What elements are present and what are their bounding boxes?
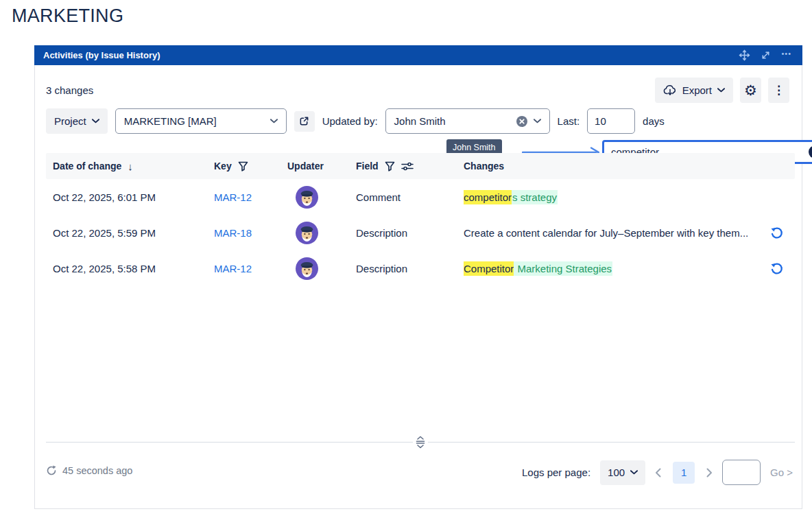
row-date: Oct 22, 2025, 6:01 PM xyxy=(46,191,214,203)
field-columns-icon[interactable] xyxy=(401,161,414,172)
clear-search-icon[interactable] xyxy=(808,145,812,162)
chevron-down-icon xyxy=(270,119,278,123)
table-row: Oct 22, 2025, 6:01 PM MAR-12 Comment com… xyxy=(46,179,795,215)
page-number-button[interactable]: 1 xyxy=(673,462,695,484)
chevron-down-icon xyxy=(717,88,725,93)
last-label: Last: xyxy=(558,115,580,127)
table-row: Oct 22, 2025, 5:58 PM MAR-12 Description… xyxy=(46,250,795,286)
logs-per-page-value: 100 xyxy=(608,467,625,478)
clear-user-icon[interactable] xyxy=(516,115,528,128)
field-filter-icon[interactable] xyxy=(385,161,395,172)
row-date: Oct 22, 2025, 5:58 PM xyxy=(46,263,214,274)
refresh-status: 45 seconds ago xyxy=(46,465,132,476)
cloud-download-icon xyxy=(663,84,677,96)
revert-icon xyxy=(770,262,783,275)
updated-by-select[interactable]: John Smith xyxy=(385,108,550,134)
issue-key-link[interactable]: MAR-18 xyxy=(214,227,287,239)
refresh-time-label: 45 seconds ago xyxy=(62,465,132,476)
row-changes: Competitor Marketing Strategies xyxy=(464,263,770,274)
updater-avatar xyxy=(296,257,318,280)
project-select[interactable]: MARKETING [MAR] xyxy=(115,108,287,134)
changes-count: 3 changes xyxy=(46,84,93,96)
issue-key-link[interactable]: MAR-12 xyxy=(214,263,287,274)
last-days-input[interactable] xyxy=(587,108,635,134)
goto-page-button[interactable]: Go > xyxy=(770,467,793,478)
row-field: Description xyxy=(356,227,464,239)
logs-per-page-select[interactable]: 100 xyxy=(600,460,645,485)
revert-button[interactable] xyxy=(770,226,795,239)
updated-by-label: Updated by: xyxy=(322,115,378,127)
changes-table: Date of change ↓ Key Updater Field xyxy=(46,153,795,286)
table-row: Oct 22, 2025, 5:59 PM MAR-18 Description… xyxy=(46,215,795,250)
row-changes: Create a content calendar for July–Septe… xyxy=(464,227,770,239)
chevron-down-icon xyxy=(534,119,541,123)
header-updater: Updater xyxy=(287,161,324,172)
activities-gadget: Activities (by Issue History) ••• 3 chan xyxy=(34,45,802,509)
issue-key-link[interactable]: MAR-12 xyxy=(214,191,287,203)
settings-button[interactable]: ⚙ xyxy=(740,78,761,103)
revert-icon xyxy=(770,226,783,239)
gadget-title: Activities (by Issue History) xyxy=(43,50,160,60)
move-icon[interactable] xyxy=(739,49,750,61)
key-filter-icon[interactable] xyxy=(238,161,248,172)
inserted-text: s strategy xyxy=(512,190,558,204)
inserted-text: Marketing Strategies xyxy=(514,261,612,276)
filter-type-label: Project xyxy=(54,115,86,127)
project-select-value: MARKETING [MAR] xyxy=(124,115,265,127)
row-changes: competitors strategy xyxy=(464,191,770,203)
chevron-down-icon xyxy=(630,470,638,475)
updater-avatar xyxy=(296,186,318,209)
export-button[interactable]: Export xyxy=(655,78,733,103)
external-link-icon xyxy=(299,116,309,126)
header-changes: Changes xyxy=(464,161,504,172)
gadget-more-icon[interactable]: ••• xyxy=(781,50,791,60)
next-page-icon[interactable] xyxy=(706,468,713,478)
days-label: days xyxy=(643,115,665,127)
open-project-button[interactable] xyxy=(294,111,315,132)
header-date: Date of change xyxy=(53,161,121,172)
row-date: Oct 22, 2025, 5:59 PM xyxy=(46,227,214,239)
prev-page-icon[interactable] xyxy=(655,468,661,478)
chevron-down-icon xyxy=(92,119,99,123)
header-field: Field xyxy=(356,161,379,172)
search-match-text: Competitor xyxy=(464,261,514,276)
gear-icon: ⚙ xyxy=(744,83,757,97)
gadget-header: Activities (by Issue History) ••• xyxy=(34,45,802,65)
revert-button[interactable] xyxy=(770,262,795,275)
toolbar: 3 changes Export ⚙ ⋮ xyxy=(46,78,789,103)
page-title: MARKETING xyxy=(12,5,123,27)
row-field: Comment xyxy=(356,191,464,203)
row-field: Description xyxy=(356,263,464,274)
expand-icon[interactable] xyxy=(761,50,771,60)
resize-handle-icon[interactable] xyxy=(413,434,428,450)
more-menu-button[interactable]: ⋮ xyxy=(768,78,789,103)
updater-avatar xyxy=(296,222,318,244)
refresh-icon[interactable] xyxy=(46,465,57,476)
logs-per-page-label: Logs per page: xyxy=(522,467,590,478)
goto-page-input[interactable] xyxy=(722,460,761,485)
filter-type-dropdown[interactable]: Project xyxy=(46,108,108,134)
search-match-text: competitor xyxy=(464,190,512,204)
kebab-icon: ⋮ xyxy=(773,84,785,96)
table-header-row: Date of change ↓ Key Updater Field xyxy=(46,153,795,179)
header-key: Key xyxy=(214,161,232,172)
updated-by-value: John Smith xyxy=(394,115,510,127)
sort-desc-icon[interactable]: ↓ xyxy=(128,161,133,172)
filters-row: Project MARKETING [MAR] Updated by: John… xyxy=(46,108,665,134)
export-label: Export xyxy=(682,84,712,96)
pagination-bar: Logs per page: 100 1 Go > xyxy=(522,460,793,485)
